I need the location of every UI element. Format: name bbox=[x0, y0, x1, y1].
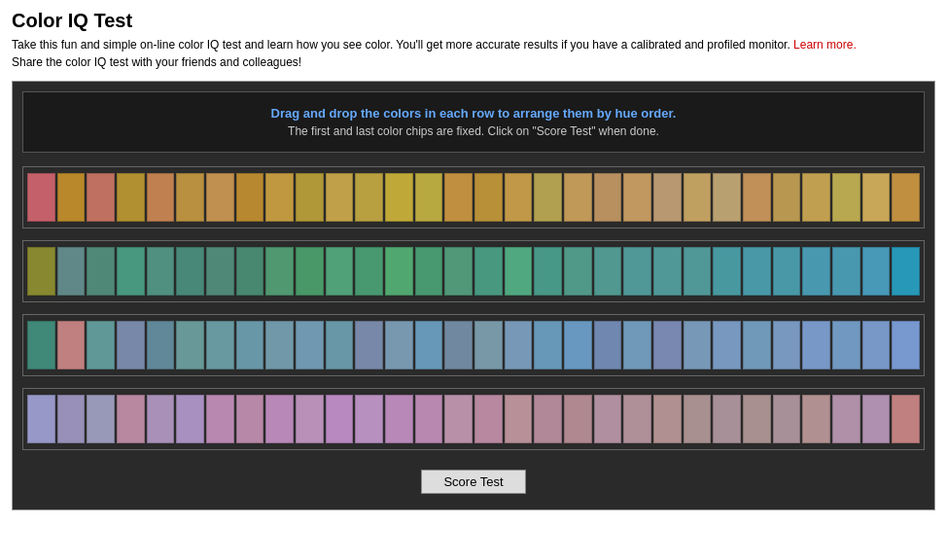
color-chip-row4-21[interactable] bbox=[623, 395, 651, 443]
color-chip-row2-16[interactable] bbox=[474, 247, 503, 296]
color-chip-row1-22[interactable] bbox=[653, 173, 682, 222]
color-chip-row4-12[interactable] bbox=[355, 395, 383, 443]
color-chip-row1-14[interactable] bbox=[415, 173, 443, 222]
color-chip-row3-21[interactable] bbox=[623, 321, 651, 369]
color-chip-row3-24[interactable] bbox=[713, 321, 741, 369]
color-chip-row4-24[interactable] bbox=[713, 395, 741, 443]
color-chip-row3-20[interactable] bbox=[594, 321, 622, 369]
color-chip-row4-15[interactable] bbox=[444, 395, 473, 443]
color-chip-row1-4[interactable] bbox=[117, 173, 145, 222]
color-chip-row1-13[interactable] bbox=[385, 173, 413, 222]
color-chip-row2-24[interactable] bbox=[713, 247, 741, 296]
color-chip-row4-29[interactable] bbox=[862, 395, 891, 443]
color-chip-row4-20[interactable] bbox=[594, 395, 622, 443]
color-chip-row2-2[interactable] bbox=[57, 247, 86, 296]
color-chip-row2-12[interactable] bbox=[355, 247, 383, 296]
color-chip-row4-27[interactable] bbox=[802, 395, 830, 443]
color-chip-row1-5[interactable] bbox=[147, 173, 175, 222]
color-chip-row2-1[interactable] bbox=[27, 247, 55, 296]
color-chip-row1-27[interactable] bbox=[802, 173, 830, 222]
color-chip-row1-24[interactable] bbox=[713, 173, 741, 222]
color-chip-row1-15[interactable] bbox=[444, 173, 473, 222]
color-chip-row1-21[interactable] bbox=[623, 173, 651, 222]
color-chip-row1-2[interactable] bbox=[57, 173, 86, 222]
color-chip-row2-21[interactable] bbox=[623, 247, 651, 296]
color-chip-row1-29[interactable] bbox=[862, 173, 891, 222]
color-chip-row3-3[interactable] bbox=[87, 321, 115, 369]
color-chip-row4-25[interactable] bbox=[743, 395, 771, 443]
color-chip-row3-17[interactable] bbox=[505, 321, 533, 369]
color-chip-row2-26[interactable] bbox=[773, 247, 801, 296]
color-chip-row1-9[interactable] bbox=[265, 173, 294, 222]
color-chip-row3-14[interactable] bbox=[415, 321, 443, 369]
color-chip-row2-14[interactable] bbox=[415, 247, 443, 296]
color-chip-row1-6[interactable] bbox=[176, 173, 204, 222]
color-chip-row2-4[interactable] bbox=[117, 247, 145, 296]
color-chip-row2-29[interactable] bbox=[862, 247, 891, 296]
color-chip-row1-12[interactable] bbox=[355, 173, 383, 222]
color-chip-row1-23[interactable] bbox=[684, 173, 712, 222]
color-chip-row4-18[interactable] bbox=[534, 395, 562, 443]
color-chip-row3-12[interactable] bbox=[355, 321, 383, 369]
color-chip-row3-18[interactable] bbox=[534, 321, 562, 369]
color-chip-row2-28[interactable] bbox=[832, 247, 860, 296]
color-chip-row1-18[interactable] bbox=[534, 173, 562, 222]
color-chip-row4-3[interactable] bbox=[87, 395, 115, 443]
color-chip-row3-27[interactable] bbox=[802, 321, 830, 369]
color-chip-row2-3[interactable] bbox=[87, 247, 115, 296]
color-chip-row1-25[interactable] bbox=[743, 173, 771, 222]
color-chip-row2-8[interactable] bbox=[236, 247, 264, 296]
color-chip-row3-2[interactable] bbox=[57, 321, 86, 369]
color-chip-row2-25[interactable] bbox=[743, 247, 771, 296]
color-chip-row2-7[interactable] bbox=[206, 247, 234, 296]
color-chip-row4-28[interactable] bbox=[832, 395, 860, 443]
color-chip-row3-9[interactable] bbox=[265, 321, 294, 369]
color-chip-row4-7[interactable] bbox=[206, 395, 234, 443]
color-chip-row2-9[interactable] bbox=[265, 247, 294, 296]
color-chip-row1-3[interactable] bbox=[87, 173, 115, 222]
color-chip-row1-30[interactable] bbox=[892, 173, 920, 222]
color-chip-row3-7[interactable] bbox=[206, 321, 234, 369]
color-chip-row3-23[interactable] bbox=[684, 321, 712, 369]
color-chip-row3-13[interactable] bbox=[385, 321, 413, 369]
color-chip-row4-14[interactable] bbox=[415, 395, 443, 443]
color-chip-row3-10[interactable] bbox=[296, 321, 324, 369]
color-chip-row1-17[interactable] bbox=[505, 173, 533, 222]
color-chip-row4-5[interactable] bbox=[147, 395, 175, 443]
color-chip-row3-30[interactable] bbox=[892, 321, 920, 369]
color-chip-row2-19[interactable] bbox=[564, 247, 592, 296]
color-chip-row4-22[interactable] bbox=[653, 395, 682, 443]
color-chip-row4-6[interactable] bbox=[176, 395, 204, 443]
color-chip-row4-4[interactable] bbox=[117, 395, 145, 443]
color-chip-row2-20[interactable] bbox=[594, 247, 622, 296]
color-chip-row2-11[interactable] bbox=[326, 247, 354, 296]
color-chip-row2-18[interactable] bbox=[534, 247, 562, 296]
learn-more-link[interactable]: Learn more. bbox=[793, 38, 857, 52]
color-chip-row2-23[interactable] bbox=[684, 247, 712, 296]
color-chip-row3-29[interactable] bbox=[862, 321, 891, 369]
color-chip-row1-11[interactable] bbox=[326, 173, 354, 222]
color-chip-row1-28[interactable] bbox=[832, 173, 860, 222]
color-chip-row4-1[interactable] bbox=[27, 395, 55, 443]
color-chip-row3-15[interactable] bbox=[444, 321, 473, 369]
color-chip-row1-8[interactable] bbox=[236, 173, 264, 222]
score-test-button[interactable]: Score Test bbox=[421, 470, 525, 494]
color-chip-row3-26[interactable] bbox=[773, 321, 801, 369]
color-chip-row4-8[interactable] bbox=[236, 395, 264, 443]
color-chip-row1-16[interactable] bbox=[474, 173, 503, 222]
color-chip-row4-11[interactable] bbox=[326, 395, 354, 443]
color-chip-row2-15[interactable] bbox=[444, 247, 473, 296]
color-chip-row4-30[interactable] bbox=[892, 395, 920, 443]
color-chip-row3-1[interactable] bbox=[27, 321, 55, 369]
color-chip-row2-30[interactable] bbox=[892, 247, 920, 296]
color-chip-row4-9[interactable] bbox=[265, 395, 294, 443]
color-chip-row3-19[interactable] bbox=[564, 321, 592, 369]
color-chip-row2-17[interactable] bbox=[505, 247, 533, 296]
color-chip-row3-5[interactable] bbox=[147, 321, 175, 369]
color-chip-row1-26[interactable] bbox=[773, 173, 801, 222]
color-chip-row3-16[interactable] bbox=[474, 321, 503, 369]
color-chip-row3-8[interactable] bbox=[236, 321, 264, 369]
color-chip-row1-10[interactable] bbox=[296, 173, 324, 222]
color-chip-row3-22[interactable] bbox=[653, 321, 682, 369]
color-chip-row2-13[interactable] bbox=[385, 247, 413, 296]
